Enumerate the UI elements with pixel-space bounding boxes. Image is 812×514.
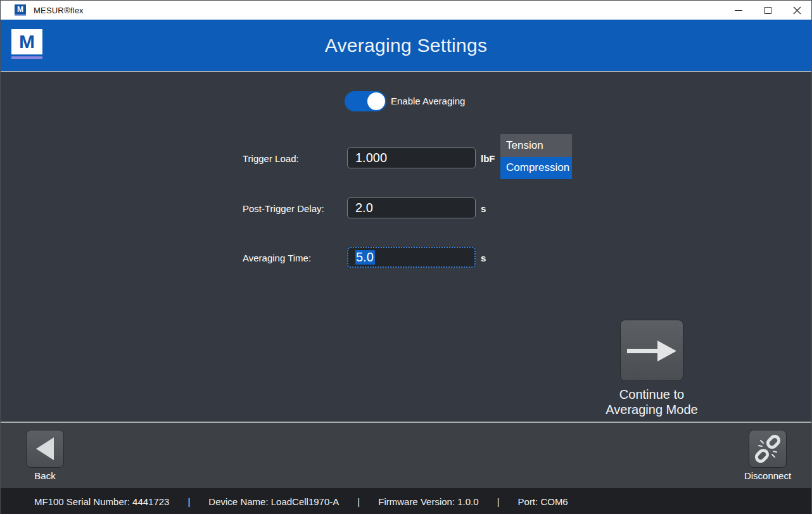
trigger-load-unit: lbF [481, 153, 495, 164]
averaging-time-value: 5.0 [355, 250, 375, 265]
averaging-time-input[interactable]: 5.0 [347, 247, 476, 268]
brand-logo-box: M [11, 29, 42, 54]
post-trigger-delay-unit: s [481, 203, 486, 214]
app-icon: M [15, 4, 26, 16]
trigger-load-input[interactable] [347, 147, 476, 168]
status-firmware-version: Firmware Version: 1.0.0 [378, 496, 478, 507]
brand-logo: M [11, 29, 42, 59]
page-header: M Averaging Settings [1, 20, 811, 71]
post-trigger-delay-label: Post-Trigger Delay: [243, 203, 324, 214]
continue-caption-line1: Continue to [588, 387, 715, 402]
post-trigger-delay-input[interactable] [347, 197, 476, 218]
status-separator: | [357, 496, 360, 507]
back-button-label[interactable]: Back [26, 470, 64, 481]
continue-button[interactable] [620, 320, 683, 381]
app-window: M MESUR®flex M Averaging Settings [0, 0, 812, 514]
averaging-time-unit: s [481, 253, 486, 263]
status-port: Port: COM6 [518, 496, 568, 507]
back-arrow-icon [32, 435, 58, 463]
window-title: MESUR®flex [34, 6, 84, 15]
bottom-toolbar [1, 423, 811, 488]
minimize-icon [735, 10, 742, 11]
close-icon [793, 6, 801, 15]
status-serial-number: MF100 Serial Number: 4441723 [34, 496, 169, 507]
disconnect-button-label[interactable]: Disconnect [742, 470, 793, 481]
brand-logo-letter: M [19, 32, 35, 51]
minimize-button[interactable] [724, 1, 753, 20]
direction-option-compression[interactable]: Compression [500, 157, 572, 180]
maximize-button[interactable] [753, 1, 782, 20]
titlebar: M MESUR®flex [1, 1, 811, 20]
status-separator: | [497, 496, 500, 507]
direction-listbox: Tension Compression [500, 134, 572, 179]
brand-logo-underline [11, 56, 42, 59]
page-title: Averaging Settings [325, 35, 488, 56]
window-controls [724, 1, 811, 20]
enable-averaging-label: Enable Averaging [391, 96, 465, 106]
close-button[interactable] [782, 1, 811, 20]
status-bar: MF100 Serial Number: 4441723 | Device Na… [1, 488, 811, 514]
averaging-time-label: Averaging Time: [243, 253, 311, 263]
toggle-knob [367, 92, 385, 110]
status-device-name: Device Name: LoadCell1970-A [208, 496, 339, 507]
maximize-icon [764, 7, 771, 14]
continue-caption-line2: Averaging Mode [588, 402, 715, 417]
enable-averaging-toggle[interactable] [345, 91, 386, 111]
arrow-right-icon [626, 335, 678, 366]
trigger-load-label: Trigger Load: [243, 153, 299, 164]
continue-button-caption[interactable]: Continue to Averaging Mode [588, 387, 715, 417]
disconnect-button[interactable] [749, 430, 787, 468]
direction-option-tension[interactable]: Tension [500, 134, 572, 157]
status-separator: | [187, 496, 190, 507]
back-button[interactable] [26, 430, 64, 468]
disconnect-icon [754, 435, 782, 463]
